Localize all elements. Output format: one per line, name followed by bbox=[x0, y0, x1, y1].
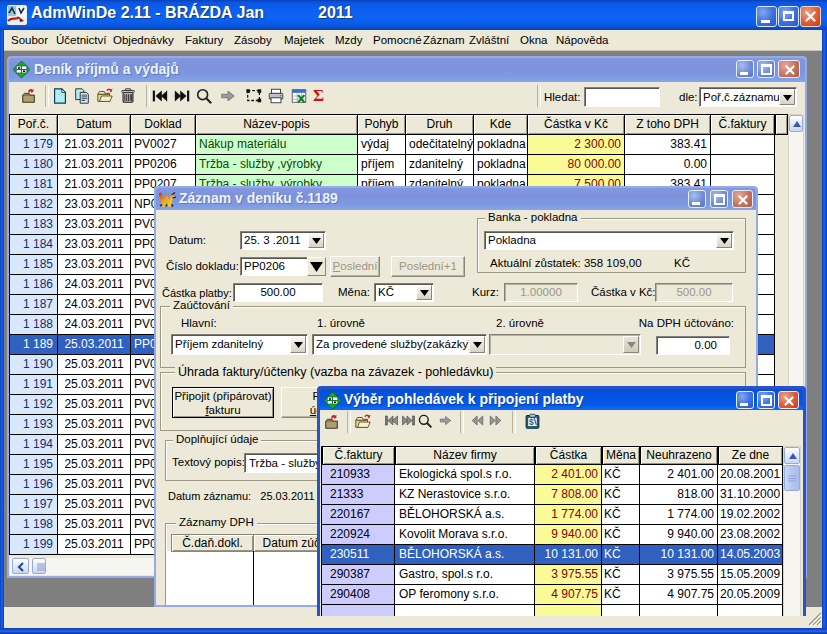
svg-text:$: $ bbox=[529, 417, 534, 427]
